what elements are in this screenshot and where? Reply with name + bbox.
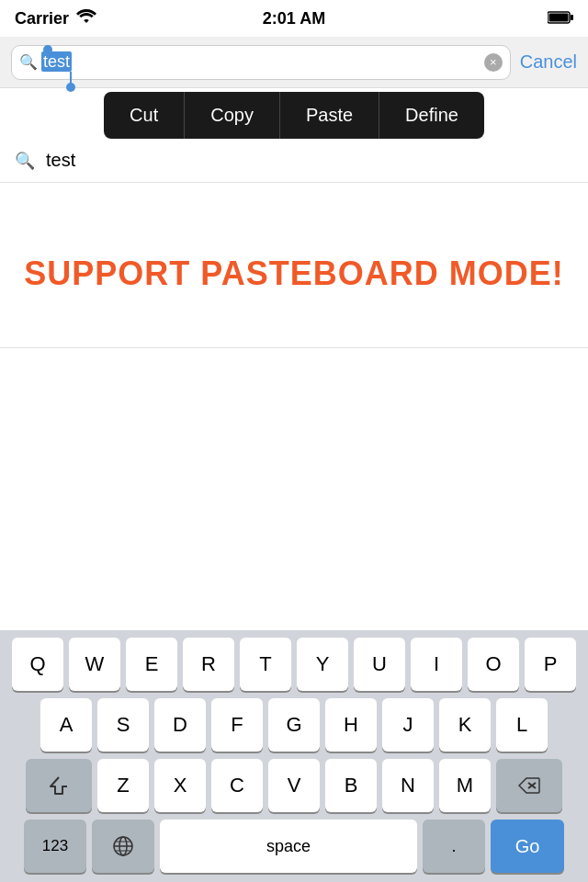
status-bar-right bbox=[548, 9, 573, 28]
selected-text: test bbox=[41, 51, 72, 72]
period-key[interactable]: . bbox=[423, 820, 485, 873]
key-b[interactable]: B bbox=[325, 759, 377, 812]
define-button[interactable]: Define bbox=[379, 92, 484, 139]
keyboard-row-1: Q W E R T Y U I O P bbox=[4, 638, 584, 691]
numbers-key[interactable]: 123 bbox=[24, 820, 86, 873]
copy-button[interactable]: Copy bbox=[185, 92, 280, 139]
keyboard: Q W E R T Y U I O P A S D F G H J K L Z … bbox=[0, 630, 588, 882]
key-u[interactable]: U bbox=[354, 638, 405, 691]
go-key[interactable]: Go bbox=[491, 820, 564, 873]
space-key[interactable]: space bbox=[160, 820, 417, 873]
key-a[interactable]: A bbox=[40, 698, 92, 752]
cancel-button[interactable]: Cancel bbox=[520, 51, 577, 73]
key-l[interactable]: L bbox=[496, 698, 548, 752]
status-bar-time: 2:01 AM bbox=[263, 9, 325, 28]
keyboard-row-3: Z X C V B N M bbox=[4, 759, 584, 812]
key-v[interactable]: V bbox=[268, 759, 320, 812]
key-g[interactable]: G bbox=[268, 698, 320, 752]
clear-button[interactable]: × bbox=[484, 53, 503, 72]
wifi-icon bbox=[76, 9, 96, 28]
key-h[interactable]: H bbox=[325, 698, 377, 752]
globe-key[interactable] bbox=[92, 820, 154, 873]
key-r[interactable]: R bbox=[183, 638, 234, 691]
carrier-label: Carrier bbox=[15, 9, 69, 28]
main-content: SUPPORT PASTEBOARD MODE! bbox=[0, 183, 588, 348]
key-t[interactable]: T bbox=[240, 638, 291, 691]
key-q[interactable]: Q bbox=[12, 638, 63, 691]
key-p[interactable]: P bbox=[525, 638, 576, 691]
main-message: SUPPORT PASTEBOARD MODE! bbox=[24, 253, 563, 296]
key-w[interactable]: W bbox=[69, 638, 120, 691]
shift-key[interactable] bbox=[26, 759, 92, 812]
cursor-bottom bbox=[66, 83, 75, 92]
key-e[interactable]: E bbox=[126, 638, 177, 691]
delete-key[interactable] bbox=[496, 759, 562, 812]
key-d[interactable]: D bbox=[154, 698, 206, 752]
key-x[interactable]: X bbox=[154, 759, 206, 812]
keyboard-row-2: A S D F G H J K L bbox=[4, 698, 584, 752]
paste-button[interactable]: Paste bbox=[280, 92, 379, 139]
suggestion-search-icon: 🔍 bbox=[15, 151, 35, 171]
key-c[interactable]: C bbox=[211, 759, 263, 812]
key-o[interactable]: O bbox=[468, 638, 519, 691]
context-menu-container: Cut Copy Paste Define bbox=[0, 92, 588, 139]
key-j[interactable]: J bbox=[382, 698, 434, 752]
key-n[interactable]: N bbox=[382, 759, 434, 812]
context-menu: Cut Copy Paste Define bbox=[104, 92, 484, 139]
svg-rect-2 bbox=[549, 13, 569, 21]
key-i[interactable]: I bbox=[411, 638, 462, 691]
search-input-wrapper[interactable]: 🔍 test × bbox=[11, 45, 511, 80]
status-bar-left: Carrier bbox=[15, 9, 96, 28]
suggestion-text: test bbox=[46, 150, 75, 171]
search-row: 🔍 test × Cancel bbox=[0, 37, 588, 88]
status-bar: Carrier 2:01 AM bbox=[0, 0, 588, 37]
cursor-top bbox=[43, 45, 52, 54]
key-y[interactable]: Y bbox=[297, 638, 348, 691]
key-m[interactable]: M bbox=[439, 759, 491, 812]
key-k[interactable]: K bbox=[439, 698, 491, 752]
search-suggestion[interactable]: 🔍 test bbox=[0, 139, 588, 183]
key-s[interactable]: S bbox=[97, 698, 149, 752]
svg-rect-1 bbox=[571, 15, 573, 20]
battery-icon bbox=[548, 9, 573, 28]
key-f[interactable]: F bbox=[211, 698, 263, 752]
key-z[interactable]: Z bbox=[97, 759, 149, 812]
search-selection: test bbox=[41, 52, 72, 72]
cut-button[interactable]: Cut bbox=[104, 92, 185, 139]
search-icon: 🔍 bbox=[19, 53, 38, 71]
keyboard-row-bottom: 123 space . Go bbox=[4, 820, 584, 873]
